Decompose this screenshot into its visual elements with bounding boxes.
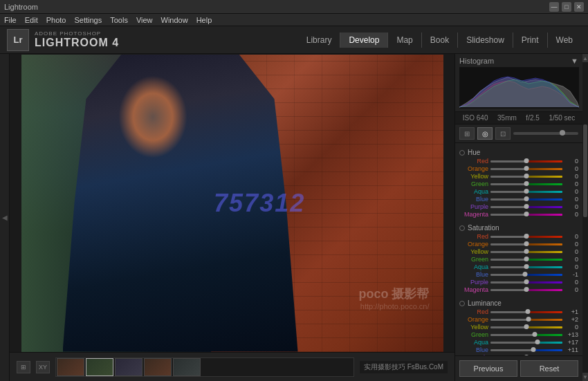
lum-yellow-thumb[interactable]: [524, 324, 529, 329]
lum-red-track[interactable]: [490, 311, 562, 313]
lum-red-thumb[interactable]: [526, 309, 531, 314]
sat-red-thumb[interactable]: [524, 234, 529, 239]
lum-blue-thumb[interactable]: [531, 347, 536, 352]
header: Lr ADOBE PHOTOSHOP LIGHTROOM 4 Library D…: [0, 26, 588, 54]
tab-map[interactable]: Map: [387, 32, 421, 48]
hue-blue-value: 0: [564, 196, 578, 203]
sat-magenta-track[interactable]: [490, 289, 562, 291]
camera-info: ISO 640 35mm f/2.5 1/50 sec: [455, 112, 582, 124]
hue-purple-track[interactable]: [490, 206, 562, 208]
lum-expand-dot[interactable]: [459, 301, 465, 306]
lum-purple-thumb[interactable]: [524, 355, 529, 356]
filmstrip-thumb-5[interactable]: [173, 358, 201, 376]
lum-green-thumb[interactable]: [533, 332, 538, 337]
tab-print[interactable]: Print: [513, 32, 547, 48]
hue-magenta-thumb[interactable]: [524, 212, 529, 216]
sat-yellow-track[interactable]: [490, 251, 562, 253]
filmstrip-thumb-1[interactable]: [57, 358, 84, 376]
circle-tool[interactable]: ◎: [477, 127, 493, 140]
hue-yellow-track[interactable]: [490, 176, 562, 178]
menu-settings[interactable]: Settings: [74, 16, 102, 24]
reset-button[interactable]: Reset: [520, 360, 578, 377]
sat-magenta-value: 0: [564, 286, 578, 293]
filmstrip-thumb-4[interactable]: [144, 358, 172, 376]
hue-blue-row: Blue 0: [459, 196, 578, 203]
menu-window[interactable]: Window: [161, 16, 188, 24]
lr-title: LIGHTROOM 4: [35, 37, 119, 49]
hue-red-row: Red 0: [459, 158, 578, 165]
sat-blue-thumb[interactable]: [522, 272, 527, 277]
lum-green-track[interactable]: [490, 334, 562, 336]
sat-purple-thumb[interactable]: [524, 279, 529, 284]
sat-blue-track[interactable]: [490, 274, 562, 276]
hue-purple-thumb[interactable]: [524, 204, 529, 209]
tab-develop[interactable]: Develop: [340, 32, 387, 48]
hue-expand-dot[interactable]: [459, 150, 465, 156]
hue-magenta-track[interactable]: [490, 214, 562, 216]
lum-aqua-thumb[interactable]: [535, 340, 540, 344]
hue-yellow-label: Yellow: [459, 173, 488, 180]
lum-blue-track[interactable]: [490, 349, 562, 351]
sat-yellow-thumb[interactable]: [524, 249, 529, 254]
hue-red-thumb[interactable]: [524, 158, 529, 163]
sat-green-label: Green: [459, 256, 488, 263]
histogram-title: Histogram: [459, 57, 494, 65]
hue-green-label: Green: [459, 180, 488, 187]
sat-green-track[interactable]: [490, 259, 562, 261]
lum-orange-track[interactable]: [490, 319, 562, 321]
view-mode-icon[interactable]: ⊞: [17, 361, 30, 373]
hue-aqua-track[interactable]: [490, 191, 562, 193]
sat-orange-track[interactable]: [490, 243, 562, 245]
zoom-icon[interactable]: XY: [36, 361, 50, 373]
hue-aqua-thumb[interactable]: [524, 189, 529, 194]
hue-green-thumb[interactable]: [524, 181, 529, 186]
sat-magenta-thumb[interactable]: [524, 287, 529, 292]
menu-edit[interactable]: Edit: [25, 16, 38, 24]
hue-orange-track[interactable]: [490, 168, 562, 170]
hue-orange-thumb[interactable]: [524, 166, 529, 171]
menu-tools[interactable]: Tools: [110, 16, 128, 24]
hue-green-track[interactable]: [490, 183, 562, 185]
tab-library[interactable]: Library: [298, 32, 340, 48]
menu-file[interactable]: File: [4, 16, 17, 24]
tab-book[interactable]: Book: [421, 32, 457, 48]
tab-slideshow[interactable]: Slideshow: [457, 32, 513, 48]
filmstrip-thumb-2[interactable]: [86, 358, 113, 376]
hue-blue-track[interactable]: [490, 198, 562, 201]
previous-button[interactable]: Previous: [459, 360, 517, 377]
hue-yellow-thumb[interactable]: [524, 174, 529, 178]
hue-red-track[interactable]: [490, 160, 562, 162]
sat-red-track[interactable]: [490, 236, 562, 238]
sat-green-thumb[interactable]: [524, 257, 529, 261]
tab-web[interactable]: Web: [547, 32, 581, 48]
scroll-down-arrow[interactable]: ▼: [582, 373, 588, 381]
scroll-thumb[interactable]: [583, 124, 587, 218]
lum-orange-thumb[interactable]: [526, 317, 531, 322]
menu-photo[interactable]: Photo: [46, 16, 66, 24]
tool-slider[interactable]: [513, 132, 578, 135]
sat-aqua-track[interactable]: [490, 266, 562, 268]
sat-red-value: 0: [564, 233, 578, 240]
filmstrip-thumb-3[interactable]: [115, 358, 143, 376]
restore-button[interactable]: □: [562, 2, 571, 12]
photo-area: 757312 poco 摄影帮 http://photo.poco.cn/: [10, 54, 454, 352]
lum-green-value: +13: [564, 331, 578, 338]
menu-view[interactable]: View: [136, 16, 153, 24]
scroll-up-arrow[interactable]: ▲: [582, 54, 588, 62]
histogram-collapse-icon[interactable]: ▼: [571, 57, 578, 65]
hue-blue-thumb[interactable]: [524, 196, 529, 201]
lum-aqua-track[interactable]: [490, 342, 562, 344]
center-panel: 757312 poco 摄影帮 http://photo.poco.cn/ ⊞ …: [10, 54, 454, 381]
menu-help[interactable]: Help: [196, 16, 212, 24]
grid-tool[interactable]: ⊞: [459, 127, 475, 140]
lum-yellow-track[interactable]: [490, 326, 562, 328]
nav-tabs: Library Develop Map Book Slideshow Print…: [298, 32, 581, 48]
sat-orange-thumb[interactable]: [524, 241, 529, 246]
sat-purple-track[interactable]: [490, 281, 562, 284]
crop-tool[interactable]: ⊡: [495, 127, 511, 140]
close-button[interactable]: ✕: [574, 2, 584, 12]
sat-aqua-thumb[interactable]: [524, 264, 529, 269]
sat-expand-dot[interactable]: [459, 225, 465, 231]
scroll-track[interactable]: [582, 62, 588, 373]
minimize-button[interactable]: —: [549, 2, 559, 12]
